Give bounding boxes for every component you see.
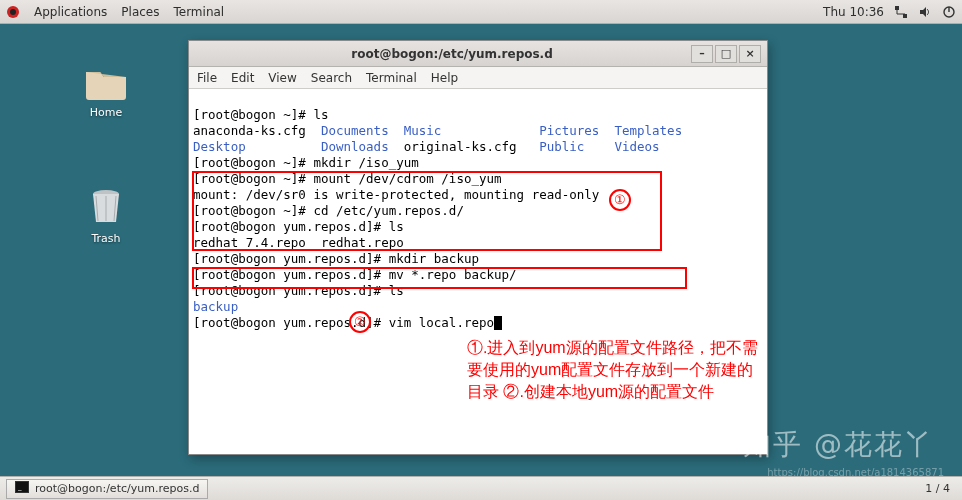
term-line: mount: /dev/sr0 is write-protected, moun… — [193, 187, 599, 202]
term-line: [root@bogon yum.repos.d]# vim local.repo — [193, 315, 494, 330]
term-line: [root@bogon ~]# mount /dev/cdrom /iso_yu… — [193, 171, 502, 186]
menu-edit[interactable]: Edit — [231, 71, 254, 85]
menu-file[interactable]: File — [197, 71, 217, 85]
svg-rect-3 — [903, 14, 907, 18]
term-line: [root@bogon ~]# ls — [193, 107, 328, 122]
top-panel: Applications Places Terminal Thu 10:36 — [0, 0, 962, 24]
term-line: anaconda-ks.cfg — [193, 123, 321, 138]
term-line: redhat_7.4.repo redhat.repo — [193, 235, 404, 250]
svg-text:_: _ — [17, 483, 22, 491]
cursor-icon — [494, 316, 502, 330]
term-line: backup — [193, 299, 238, 314]
menu-places[interactable]: Places — [121, 5, 159, 19]
menu-help[interactable]: Help — [431, 71, 458, 85]
menu-view[interactable]: View — [268, 71, 296, 85]
bottom-panel: _ root@bogon:/etc/yum.repos.d 1 / 4 — [0, 476, 962, 500]
term-line: Documents Music Pictures Templates — [321, 123, 682, 138]
workspace-pager[interactable]: 1 / 4 — [919, 482, 956, 495]
window-titlebar[interactable]: root@bogon:/etc/yum.repos.d – □ × — [189, 41, 767, 67]
window-title: root@bogon:/etc/yum.repos.d — [213, 47, 691, 61]
term-line: Public Videos — [539, 139, 659, 154]
clock[interactable]: Thu 10:36 — [823, 5, 884, 19]
terminal-window: root@bogon:/etc/yum.repos.d – □ × File E… — [188, 40, 768, 455]
window-menubar: File Edit View Search Terminal Help — [189, 67, 767, 89]
window-minimize-button[interactable]: – — [691, 45, 713, 63]
term-line: [root@bogon yum.repos.d]# ls — [193, 219, 404, 234]
distro-logo-icon — [6, 5, 20, 19]
network-icon[interactable] — [894, 5, 908, 19]
svg-rect-2 — [895, 6, 899, 10]
watermark: 知乎 @花花丫 — [743, 426, 934, 464]
term-line: Desktop Downloads — [193, 139, 389, 154]
term-line: [root@bogon ~]# mkdir /iso_yum — [193, 155, 419, 170]
term-line: [root@bogon yum.repos.d]# mv *.repo back… — [193, 267, 517, 282]
trash-icon — [82, 184, 130, 228]
term-line: [root@bogon yum.repos.d]# mkdir backup — [193, 251, 479, 266]
terminal-icon: _ — [15, 481, 29, 496]
power-icon[interactable] — [942, 5, 956, 19]
taskbar-button-terminal[interactable]: _ root@bogon:/etc/yum.repos.d — [6, 479, 208, 499]
term-line: original-ks.cfg — [389, 139, 540, 154]
window-maximize-button[interactable]: □ — [715, 45, 737, 63]
folder-icon — [82, 58, 130, 102]
annotation-marker-1: ① — [609, 189, 631, 211]
menu-search[interactable]: Search — [311, 71, 352, 85]
volume-icon[interactable] — [918, 5, 932, 19]
term-line: [root@bogon yum.repos.d]# ls — [193, 283, 404, 298]
menu-applications[interactable]: Applications — [34, 5, 107, 19]
desktop-icon-label: Home — [70, 106, 142, 119]
taskbar-button-label: root@bogon:/etc/yum.repos.d — [35, 482, 199, 495]
window-close-button[interactable]: × — [739, 45, 761, 63]
term-line: [root@bogon ~]# cd /etc/yum.repos.d/ — [193, 203, 464, 218]
terminal-output[interactable]: [root@bogon ~]# ls anaconda-ks.cfg Docum… — [189, 89, 767, 454]
desktop-icon-trash[interactable]: Trash — [70, 184, 142, 245]
svg-point-1 — [10, 9, 16, 15]
annotation-text: ①.进入到yum源的配置文件路径，把不需要使用的yum配置文件存放到一个新建的目… — [467, 337, 767, 403]
desktop-icon-label: Trash — [70, 232, 142, 245]
desktop-icon-home[interactable]: Home — [70, 58, 142, 119]
menu-terminal[interactable]: Terminal — [366, 71, 417, 85]
menu-terminal[interactable]: Terminal — [173, 5, 224, 19]
